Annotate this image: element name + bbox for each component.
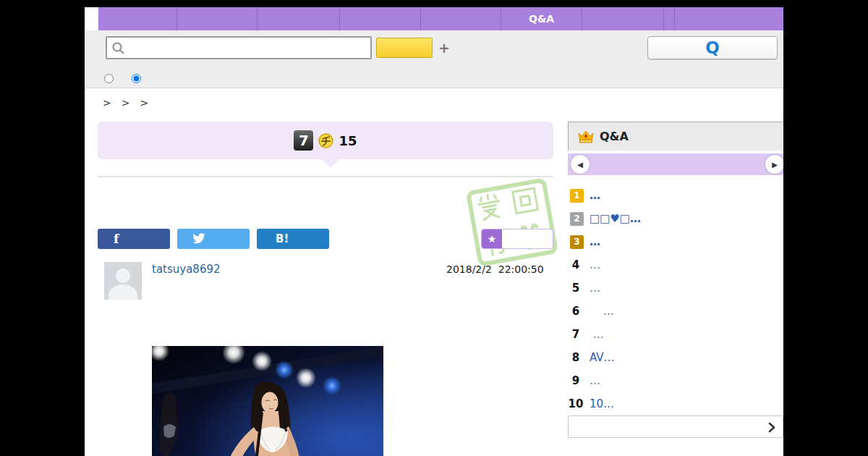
breadcrumb-separator: > [103,97,112,109]
q-logo-button[interactable]: Q [647,36,778,59]
sidebar-header: Q&A [568,122,783,151]
ranking-more-button[interactable] [568,415,783,438]
facebook-icon: f [114,232,119,246]
chevron-right-icon [768,422,775,433]
ranking-link[interactable]: □□♥□… [590,212,641,225]
search-input[interactable] [129,38,367,58]
search-scope-radio-2[interactable] [132,74,141,83]
ranking-link[interactable]: … [590,235,600,248]
avatar-silhouette [116,269,130,283]
category-carousel: ◀ ▶ [568,153,783,175]
search-scope-radio-1[interactable] [104,74,114,83]
coin-icon [318,133,333,148]
ranking-link[interactable]: … [590,374,600,387]
sidebar-title: Q&A [600,130,629,143]
rank-number: 6 [568,305,584,318]
ranking-item-5: 5 … [568,276,783,300]
ranking-item-8: 8 AV… [568,346,783,369]
nav-tab-qa[interactable]: Q&A [501,7,582,30]
main-navigation: Q&A [98,7,783,30]
breadcrumb-separator: > [122,97,131,109]
nav-tab-8[interactable] [664,7,675,30]
ranking-link[interactable]: … [590,282,600,295]
hatena-share-button[interactable]: B! [257,229,329,249]
nav-tab-9[interactable] [675,7,783,30]
ranking-item-9: 9 … [568,369,783,392]
facebook-share-button[interactable]: f [98,229,170,249]
favorite-widget[interactable]: ★ [481,229,553,249]
ranking-item-10: 10 10… [568,392,783,415]
ranking-link[interactable]: 10… [590,397,614,410]
breadcrumb: >>> [103,97,158,109]
hatena-icon: B! [276,232,289,245]
content-area: Q&A + Q >>> 7 [85,0,783,456]
coin-count: 15 [339,133,357,148]
ranking-link[interactable]: AV… [590,351,615,364]
ranking-link[interactable]: … [590,328,604,341]
rank-badge-gold: 1 [570,189,584,203]
username-link[interactable]: tatsuya8692 [152,263,221,276]
ranking-item-4: 4 … [568,253,783,276]
twitter-bird-icon [192,233,205,245]
nav-tab-1[interactable] [98,7,177,30]
advanced-search-plus-icon[interactable]: + [438,40,450,56]
ranking-list: 1 … 2 □□♥□… 3 … 4 … 5 … [568,184,783,415]
rank-number: 5 [568,282,584,295]
twitter-share-button[interactable] [177,229,250,249]
rank-badge-silver: 2 [570,212,584,226]
ranking-link[interactable]: … [590,258,600,271]
page: Q&A + Q >>> 7 [0,0,868,456]
search-icon [111,41,126,56]
user-avatar[interactable] [104,262,142,300]
ranking-item-2: 2 □□♥□… [568,207,783,230]
search-scope-radios [104,74,141,83]
ranking-item-7: 7 … [568,323,783,346]
qa-ranking-sidebar: Q&A ◀ ▶ 1 … 2 □□♥□… 3 … [568,122,783,440]
section-divider [98,176,553,177]
ranking-item-6: 6 … [568,300,783,323]
rank-number: 7 [568,328,584,341]
top-black-strip [85,0,783,7]
question-photo [152,346,383,456]
crown-icon [577,129,595,144]
question-status-banner: 7 15 [98,122,553,159]
nav-tab-4[interactable] [340,7,421,30]
carousel-next-button[interactable]: ▶ [765,155,783,174]
ranking-link[interactable]: … [590,189,600,202]
nav-tab-7[interactable] [582,7,664,30]
answer-count-badge: 7 [294,130,313,151]
rank-number: 8 [568,351,584,364]
search-header: + Q [85,30,783,88]
nav-tab-2[interactable] [177,7,258,30]
favorite-count-box [502,229,553,248]
carousel-prev-button[interactable]: ◀ [571,155,590,174]
nav-tab-3[interactable] [258,7,340,30]
ranking-item-1: 1 … [568,184,783,207]
post-datetime: 2018/2/2 22:00:50 [446,263,542,275]
rank-number: 9 [568,374,584,387]
search-box [106,36,372,59]
banner-pointer [322,159,339,168]
rank-number: 10 [568,397,584,410]
ranking-link[interactable]: … [590,305,614,318]
ranking-item-3: 3 … [568,230,783,253]
rank-number: 4 [568,258,584,271]
nav-tab-5[interactable] [421,7,501,30]
star-icon[interactable]: ★ [482,229,502,248]
search-submit-button[interactable] [376,38,433,58]
rank-badge-bronze: 3 [570,235,584,249]
breadcrumb-separator: > [140,97,149,109]
answer-accepting-stamp-icon [466,177,559,267]
